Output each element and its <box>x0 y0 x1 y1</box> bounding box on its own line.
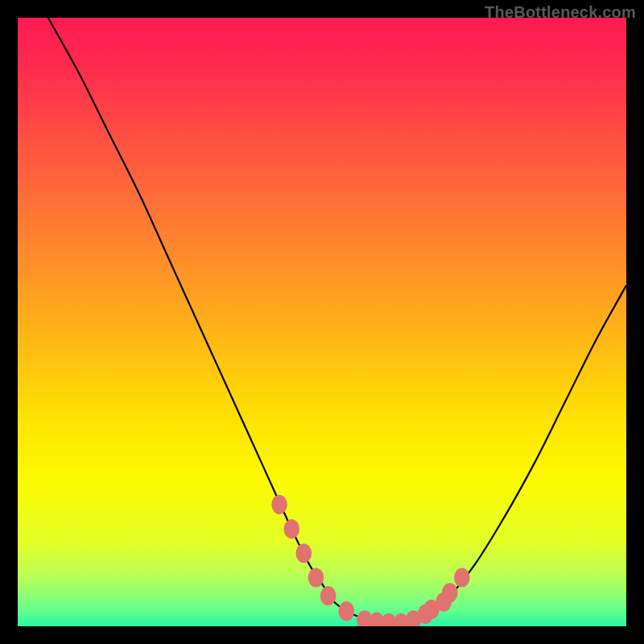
marker-point <box>442 583 458 602</box>
watermark-text: TheBottleneck.com <box>485 3 636 22</box>
marker-point <box>454 568 470 587</box>
marker-group <box>271 495 469 626</box>
plot-area <box>18 18 626 626</box>
bottleneck-curve <box>18 18 626 626</box>
marker-point <box>338 601 354 621</box>
marker-point <box>271 495 287 514</box>
curve-path <box>48 18 626 624</box>
marker-point <box>283 519 299 539</box>
chart-stage: TheBottleneck.com <box>0 0 644 644</box>
marker-point <box>308 568 324 587</box>
marker-point <box>320 586 336 605</box>
marker-point <box>295 543 312 563</box>
